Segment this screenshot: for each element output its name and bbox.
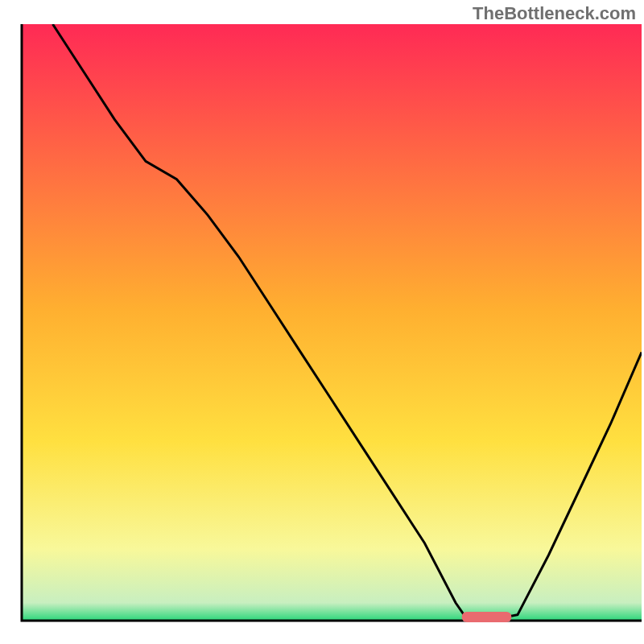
bottleneck-chart: TheBottleneck.com [0,0,644,644]
optimal-range-marker [462,612,512,622]
plot-background [22,24,642,621]
plot-svg [0,0,644,644]
watermark-text: TheBottleneck.com [473,3,636,24]
